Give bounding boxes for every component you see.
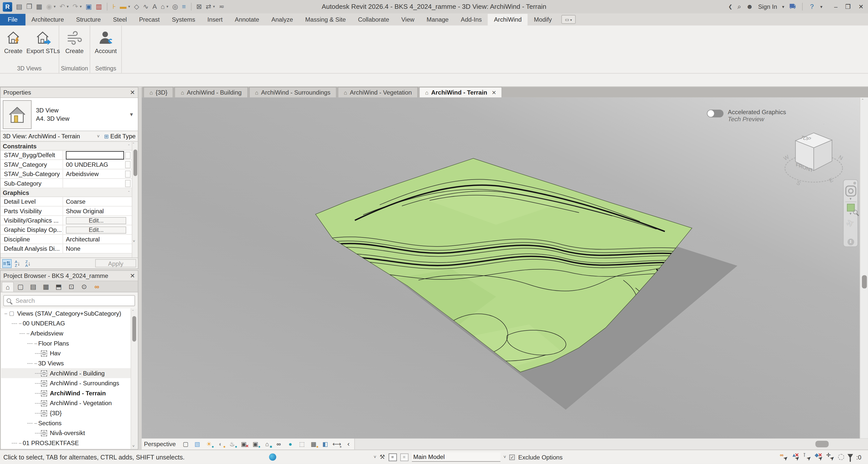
print-icon[interactable]: ▣ (86, 3, 92, 10)
close-button[interactable]: ✕ (859, 3, 864, 10)
redo-dropdown-icon[interactable]: ▾ (80, 4, 82, 9)
close-hidden-windows-icon[interactable]: ⊠ (196, 3, 202, 10)
switch-windows-dropdown-icon[interactable]: ▾ (213, 4, 215, 9)
navbar-close-icon[interactable]: ⊗ (853, 181, 857, 185)
collapse-icon[interactable]: ‹ (344, 440, 352, 448)
properties-scrollbar[interactable]: ˆ ˅ (132, 142, 138, 257)
tree-item-sections[interactable]: −Sections (1, 418, 137, 428)
fly-mode-icon[interactable]: ✈ (845, 217, 856, 230)
associate-param-button[interactable] (125, 161, 131, 168)
projection-mode-label[interactable]: Perspective (144, 441, 176, 447)
design-option-select[interactable]: Main Model (412, 453, 500, 462)
restore-button[interactable]: ❐ (845, 3, 851, 10)
worksets-icon[interactable]: ⚒ (380, 454, 385, 461)
associate-param-button[interactable] (125, 170, 131, 178)
tree-item-hav[interactable]: Hav (1, 348, 137, 359)
dimension-icon[interactable]: ▬ (120, 3, 126, 10)
tab-view[interactable]: View (395, 14, 421, 25)
property-row[interactable]: Sub-Category (0, 179, 132, 188)
design-options-list-icon[interactable]: ≡ (400, 453, 408, 461)
stav-bygg-input[interactable] (66, 151, 124, 159)
tree-item-archiwind-vegetation[interactable]: ArchiWind - Vegetation (1, 398, 137, 408)
spline-icon[interactable]: ∿ (143, 3, 149, 10)
tab-systems[interactable]: Systems (166, 14, 201, 25)
accelerated-graphics-toggle[interactable] (707, 110, 723, 118)
compass-s[interactable]: S (795, 179, 802, 187)
tree-scrollbar[interactable]: ˆ˅ (131, 308, 137, 449)
tree-item-archiwind-terrain[interactable]: ArchiWind - Terrain (1, 388, 137, 398)
instance-dropdown-icon[interactable]: ˅ (97, 134, 100, 139)
schedules-icon[interactable]: ▦ (40, 282, 52, 292)
graphic-display-edit-button[interactable]: Edit... (66, 226, 126, 234)
default-3d-view-icon[interactable]: ⌂ (161, 3, 165, 10)
type-selector-dropdown-icon[interactable]: ▼ (129, 112, 135, 117)
tab-precast[interactable]: Precast (133, 14, 166, 25)
panel-label-3d-views[interactable]: 3D Views (0, 64, 59, 73)
redo-icon[interactable]: ↷ (72, 3, 78, 10)
zoom-dropdown-icon[interactable]: ▼ (849, 212, 852, 215)
property-row[interactable]: Parts VisibilityShow Original (0, 207, 132, 216)
tab-archiwind[interactable]: ArchiWind (488, 14, 528, 25)
edit-type-button[interactable]: ⊞Edit Type (104, 133, 136, 139)
sign-in-button[interactable]: Sign In (758, 3, 777, 10)
vertical-scrollbar[interactable]: ˆ (860, 97, 868, 438)
compass-w[interactable]: W (782, 154, 790, 162)
tab-structure[interactable]: Structure (70, 14, 107, 25)
property-row[interactable]: STAV_Bygg/Delfelt (0, 151, 132, 160)
account-button[interactable]: Account (92, 28, 119, 54)
compass-n[interactable]: N (838, 154, 844, 161)
dimension-dropdown-icon[interactable]: ▾ (128, 4, 130, 9)
undo-icon[interactable]: ↶ (60, 3, 65, 10)
panel-resizer[interactable] (138, 87, 142, 450)
horizontal-scrollbar[interactable] (355, 439, 868, 450)
shadows-icon[interactable]: ◐● (217, 440, 224, 448)
view-tab-archiwind-terrain[interactable]: ⌂ArchiWind - Terrain✕ (419, 87, 502, 98)
tree-item-arbeidsview[interactable]: −Arbeidsview (1, 328, 137, 338)
property-row[interactable]: Detail LevelCoarse (0, 197, 132, 207)
viewcube[interactable]: W N S E TOP FRONT RIGHT (780, 124, 847, 190)
create-3d-views-button[interactable]: Create (0, 28, 27, 54)
panel-label-simulation[interactable]: Simulation (59, 64, 90, 73)
property-row[interactable]: Default Analysis Di...None (0, 244, 132, 253)
view-tab-archiwind-building[interactable]: ⌂ArchiWind - Building (175, 87, 248, 98)
wheel-dropdown-icon[interactable]: ▼ (849, 197, 852, 200)
close-tab-icon[interactable]: ✕ (492, 90, 496, 96)
terrain-model[interactable] (142, 97, 860, 438)
sort-descending-button[interactable]: ZA↓ (23, 259, 32, 268)
project-browser-close-icon[interactable]: ✕ (130, 272, 135, 279)
file-properties-icon[interactable]: ▤ (16, 3, 22, 10)
sync-icon[interactable]: ◉ (46, 3, 52, 10)
tab-steel[interactable]: Steel (107, 14, 133, 25)
exclude-options-checkbox[interactable]: ✓ (509, 454, 515, 460)
cart-icon[interactable]: ⛟ (789, 3, 796, 10)
compass-e[interactable]: E (828, 177, 834, 184)
sheets-icon[interactable]: ▤ (27, 282, 39, 292)
scrollbar-thumb[interactable] (133, 149, 137, 176)
customize-qat-icon[interactable]: ≂ (219, 3, 224, 10)
chevron-down-icon[interactable]: ˅ (374, 455, 376, 460)
tab-insert[interactable]: Insert (202, 14, 229, 25)
app-status-icon[interactable] (269, 454, 276, 461)
filter-icon[interactable] (847, 454, 853, 459)
export-icon[interactable]: ▥ (96, 3, 102, 10)
collapse-icon[interactable]: ❮ (728, 4, 733, 9)
analytical-model-icon[interactable]: ▦● (310, 440, 317, 448)
chevron-down-icon[interactable]: ˅ (503, 455, 506, 460)
panel-label-settings[interactable]: Settings (90, 64, 121, 73)
apply-button[interactable]: Apply (95, 259, 136, 267)
3d-view-dropdown-icon[interactable]: ▾ (166, 4, 168, 9)
navbar-expand-icon[interactable]: ⇕ (847, 239, 854, 245)
scrollbar-thumb[interactable] (816, 441, 829, 447)
search-icon[interactable]: ⌕ (738, 3, 741, 10)
views-tab-icon[interactable]: ⌂ (2, 282, 14, 292)
temporary-view-properties-icon[interactable]: ⬚ (298, 440, 306, 448)
tree-item-views-root[interactable]: −▢Views (STAV_Category+SubCategory) (1, 308, 137, 318)
associate-param-button[interactable] (125, 180, 131, 187)
search-input[interactable] (14, 297, 132, 305)
design-options-icon[interactable]: ≡ (388, 453, 397, 461)
sync-dropdown-icon[interactable]: ▾ (54, 4, 56, 9)
tab-add-ins[interactable]: Add-Ins (455, 14, 488, 25)
switch-windows-icon[interactable]: ⇄ (206, 3, 211, 10)
scrollbar-thumb[interactable] (862, 275, 867, 288)
shaded-mode-icon[interactable]: ▧ (193, 440, 201, 448)
